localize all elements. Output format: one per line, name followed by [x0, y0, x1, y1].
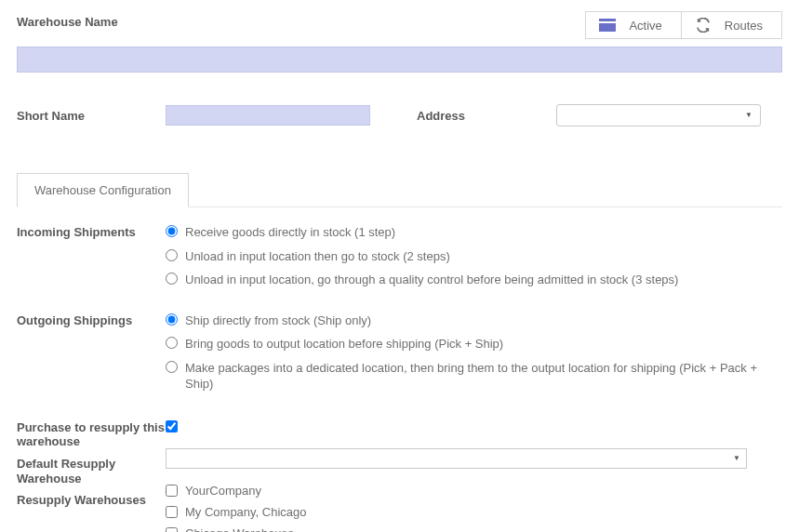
incoming-radio-2[interactable] [166, 249, 178, 261]
incoming-option[interactable]: Unload in input location then go to stoc… [166, 248, 782, 265]
short-name-input[interactable] [166, 105, 370, 126]
short-name-label: Short Name [17, 109, 147, 123]
incoming-radio-3[interactable] [166, 273, 178, 285]
default-resupply-select[interactable] [166, 448, 747, 469]
archive-icon [599, 19, 616, 32]
routes-button-label: Routes [725, 19, 763, 33]
outgoing-section: Outgoing Shippings Ship directly from st… [17, 313, 782, 400]
purchase-resupply-label: Purchase to resupply this warehouse [17, 420, 166, 449]
resupply-item-label: Chicago Warehouse [185, 526, 294, 532]
header-bar: Warehouse Name Active Routes [17, 11, 782, 39]
default-resupply-label: Default Resupply Warehouse [17, 457, 166, 485]
incoming-option-text: Receive goods directly in stock (1 step) [185, 224, 782, 241]
incoming-option[interactable]: Unload in input location, go through a q… [166, 272, 782, 288]
outgoing-option-text: Ship directly from stock (Ship only) [185, 313, 782, 329]
list-item[interactable]: Chicago Warehouse [166, 526, 782, 532]
outgoing-radio-2[interactable] [166, 337, 178, 349]
resupply-labels: Purchase to resupply this warehouse Defa… [17, 420, 166, 532]
outgoing-option-text: Make packages into a dedicated location,… [185, 360, 782, 392]
outgoing-option[interactable]: Make packages into a dedicated location,… [166, 360, 782, 392]
outgoing-options: Ship directly from stock (Ship only) Bri… [166, 313, 782, 400]
resupply-warehouses-label: Resupply Warehouses [17, 493, 166, 508]
incoming-option[interactable]: Receive goods directly in stock (1 step) [166, 224, 782, 241]
outgoing-label: Outgoing Shippings [17, 313, 166, 400]
resupply-item-label: My Company, Chicago [185, 505, 307, 519]
warehouse-name-input[interactable] [17, 47, 782, 73]
address-select[interactable] [556, 104, 761, 126]
incoming-option-text: Unload in input location then go to stoc… [185, 248, 782, 265]
resupply-checkbox[interactable] [166, 527, 178, 532]
row-short-address: Short Name Address [17, 104, 782, 126]
tabs: Warehouse Configuration [17, 173, 782, 207]
purchase-resupply-checkbox[interactable] [166, 420, 178, 432]
resupply-checkbox[interactable] [166, 506, 178, 518]
address-label: Address [417, 109, 538, 123]
routes-button[interactable]: Routes [681, 12, 781, 38]
refresh-icon [695, 18, 712, 33]
active-button[interactable]: Active [586, 12, 680, 38]
resupply-list: YourCompany My Company, Chicago Chicago … [166, 484, 782, 532]
warehouse-name-label: Warehouse Name [17, 11, 118, 29]
incoming-option-text: Unload in input location, go through a q… [185, 272, 782, 288]
active-button-label: Active [629, 19, 661, 33]
outgoing-option-text: Bring goods to output location before sh… [185, 336, 782, 352]
resupply-section: Purchase to resupply this warehouse Defa… [17, 420, 782, 532]
action-buttons: Active Routes [585, 11, 782, 39]
resupply-checkbox[interactable] [166, 485, 178, 497]
resupply-item-label: YourCompany [185, 484, 261, 498]
list-item[interactable]: My Company, Chicago [166, 505, 782, 519]
outgoing-radio-3[interactable] [166, 361, 178, 373]
outgoing-option[interactable]: Ship directly from stock (Ship only) [166, 313, 782, 329]
incoming-label: Incoming Shipments [17, 224, 166, 296]
incoming-options: Receive goods directly in stock (1 step)… [166, 224, 782, 296]
incoming-section: Incoming Shipments Receive goods directl… [17, 224, 782, 296]
outgoing-option[interactable]: Bring goods to output location before sh… [166, 336, 782, 352]
outgoing-radio-1[interactable] [166, 313, 178, 326]
incoming-radio-1[interactable] [166, 225, 178, 237]
resupply-controls: YourCompany My Company, Chicago Chicago … [166, 420, 782, 532]
list-item[interactable]: YourCompany [166, 484, 782, 498]
tab-warehouse-configuration[interactable]: Warehouse Configuration [17, 173, 189, 207]
